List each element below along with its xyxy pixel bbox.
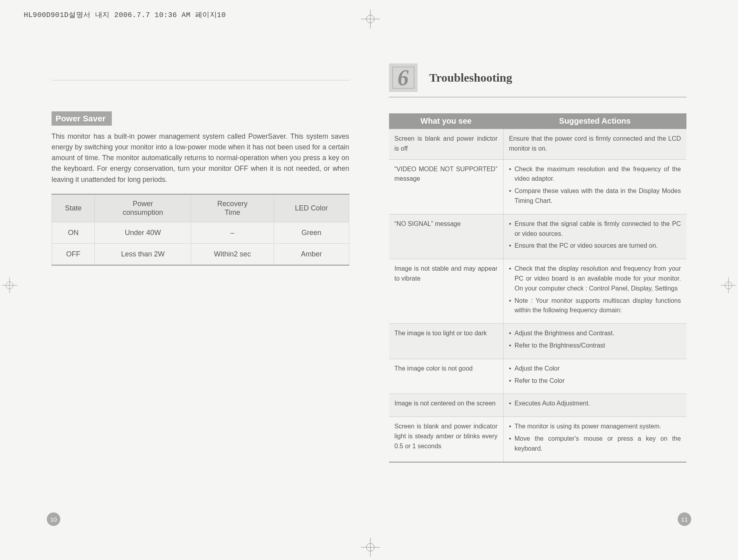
page-left: Power Saver This monitor has a built-in …	[36, 44, 365, 536]
symptom-cell: The image color is not good	[389, 359, 504, 394]
table-row: Image is not stable and may appear to vi…	[389, 259, 687, 324]
chapter-rule	[389, 97, 687, 97]
page-number-left: 10	[47, 512, 60, 526]
table-row: The image color is not goodAdjust the Co…	[389, 359, 687, 394]
action-cell: Executes Auto Adjustment.	[503, 394, 686, 417]
table-row: “VIDEO MODE NOT SUPPORTED” messageCheck …	[389, 159, 687, 214]
symptom-cell: “NO SIGNAL” message	[389, 214, 504, 259]
table-row: Screen is blank and power indictor is of…	[389, 129, 687, 160]
chapter-title: Troubleshooting	[429, 71, 512, 84]
action-cell: Ensure that the power cord is firmly con…	[503, 129, 686, 160]
chapter-number: 6	[398, 65, 409, 90]
ps-th-recov: Recovery Time	[191, 194, 274, 222]
page-right: 6 Troubleshooting What you see Suggested…	[365, 44, 703, 536]
symptom-cell: Image is not centered on the screen	[389, 394, 504, 417]
manual-spread: HL900D901D설명서 내지 2006.7.7 10:36 AM 페이지10…	[0, 0, 738, 560]
symptom-cell: Screen is blank and power indicator ligh…	[389, 417, 504, 462]
action-cell: Adjust the Brightness and Contrast.Refer…	[503, 324, 686, 359]
action-cell: Check the maximum resolution and the fre…	[503, 159, 686, 214]
ps-th-consump: Power consumption	[95, 194, 191, 222]
ps-th-led: LED Color	[274, 194, 349, 222]
table-row: Image is not centered on the screenExecu…	[389, 394, 687, 417]
chapter-number-box: 6	[389, 63, 418, 92]
table-row: OFF Less than 2W Within2 sec Amber	[52, 243, 349, 265]
power-saver-table: State Power consumption Recovery Time LE…	[52, 194, 349, 266]
symptom-cell: The image is too light or too dark	[389, 324, 504, 359]
action-cell: Adjust the ColorRefer to the Color	[503, 359, 686, 394]
registration-mark-top	[361, 10, 380, 29]
ps-th-state: State	[52, 194, 95, 222]
chapter-heading: 6 Troubleshooting	[389, 63, 687, 92]
registration-mark-bottom	[361, 538, 380, 557]
action-cell: Ensure that the signal cable is firmly c…	[503, 214, 686, 259]
power-saver-description: This monitor has a built-in power manage…	[52, 131, 349, 185]
section-heading-power-saver: Power Saver	[52, 111, 112, 126]
table-row: “NO SIGNAL” messageEnsure that the signa…	[389, 214, 687, 259]
left-rule	[52, 80, 349, 80]
table-row: Screen is blank and power indicator ligh…	[389, 417, 687, 462]
table-row: The image is too light or too darkAdjust…	[389, 324, 687, 359]
symptom-cell: Screen is blank and power indictor is of…	[389, 129, 504, 160]
action-cell: Check that the display resolution and fr…	[503, 259, 686, 324]
page-spread: Power Saver This monitor has a built-in …	[36, 44, 702, 536]
print-job-header: HL900D901D설명서 내지 2006.7.7 10:36 AM 페이지10	[24, 10, 226, 19]
action-cell: The monitor is using its power managemen…	[503, 417, 686, 462]
table-row: ON Under 40W – Green	[52, 222, 349, 243]
registration-mark-left	[2, 277, 17, 295]
troubleshooting-table: What you see Suggested Actions Screen is…	[389, 113, 687, 463]
tr-th-symptom: What you see	[389, 113, 504, 129]
tr-th-actions: Suggested Actions	[503, 113, 686, 129]
symptom-cell: “VIDEO MODE NOT SUPPORTED” message	[389, 159, 504, 214]
symptom-cell: Image is not stable and may appear to vi…	[389, 259, 504, 324]
page-number-right: 11	[678, 512, 691, 526]
registration-mark-right	[721, 277, 736, 295]
